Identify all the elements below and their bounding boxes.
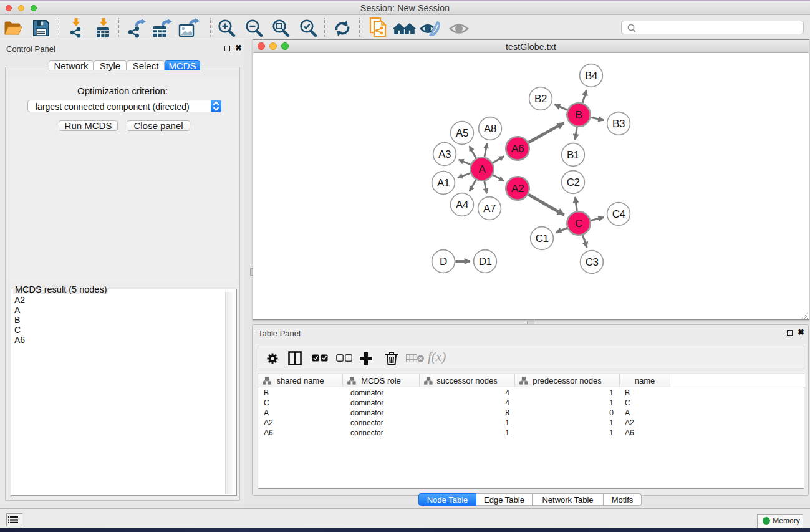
svg-text:A3: A3: [438, 148, 451, 160]
svg-text:B3: B3: [612, 118, 625, 130]
svg-text:B1: B1: [567, 149, 579, 161]
svg-text:A8: A8: [484, 123, 496, 135]
svg-text:D1: D1: [479, 256, 492, 268]
svg-text:A4: A4: [456, 199, 468, 211]
svg-text:A6: A6: [511, 143, 524, 155]
svg-text:A: A: [479, 163, 486, 175]
svg-text:C2: C2: [567, 177, 580, 188]
svg-text:A7: A7: [483, 203, 496, 215]
svg-text:C: C: [575, 218, 582, 230]
svg-text:C3: C3: [586, 256, 599, 268]
svg-text:C1: C1: [536, 233, 549, 244]
svg-text:A2: A2: [511, 183, 524, 195]
svg-text:B: B: [576, 109, 582, 121]
svg-text:A1: A1: [437, 177, 450, 189]
svg-text:C4: C4: [612, 208, 625, 220]
svg-text:D: D: [440, 256, 447, 268]
svg-text:B4: B4: [585, 70, 597, 82]
svg-text:B2: B2: [534, 93, 547, 105]
svg-text:A5: A5: [456, 127, 468, 139]
